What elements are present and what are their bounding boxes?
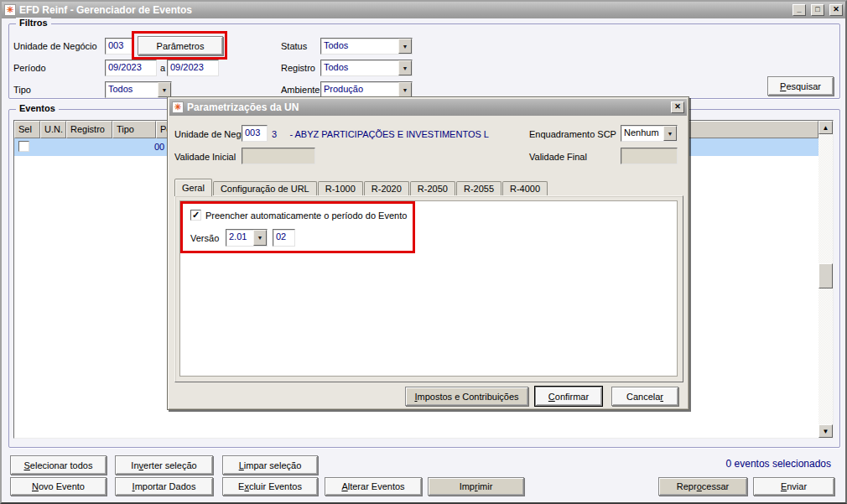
unidade-negocio-label: Unidade de Negócio bbox=[13, 41, 97, 51]
dialog-tabstrip: Geral Configuração de URL R-1000 R-2020 … bbox=[174, 179, 548, 196]
parametrizacoes-dialog: ✳ Parametrizações da UN ✕ Unidade de Neg… bbox=[167, 96, 689, 410]
validade-inicial-input bbox=[242, 148, 315, 164]
impostos-contribuicoes-button[interactable]: Impostos e Contribuições bbox=[405, 387, 528, 406]
reprocessar-button[interactable]: Reprocessar bbox=[658, 477, 747, 496]
row-period-value: 00 bbox=[154, 142, 164, 152]
enviar-button[interactable]: Enviar bbox=[753, 477, 834, 496]
tab-r-1000[interactable]: R-1000 bbox=[318, 181, 363, 196]
tab-r-2055[interactable]: R-2055 bbox=[456, 181, 501, 196]
periodo-sep-label: a bbox=[160, 63, 165, 73]
dropdown-arrow-icon[interactable]: ▼ bbox=[158, 82, 171, 97]
versao-label: Versão bbox=[190, 233, 219, 243]
tipo-value: Todos bbox=[106, 82, 158, 97]
app-icon: ✳ bbox=[172, 101, 184, 113]
enquadramento-scp-value: Nenhum bbox=[621, 126, 663, 141]
imprimir-button[interactable]: Imprimir bbox=[428, 477, 524, 496]
scroll-up-button[interactable]: ▲ bbox=[818, 121, 833, 134]
ambiente-select[interactable]: Produção ▼ bbox=[320, 81, 413, 98]
selecionar-todos-button[interactable]: Selecionar todos bbox=[10, 455, 107, 475]
parametros-button[interactable]: Parâmetros bbox=[138, 36, 223, 55]
window-titlebar[interactable]: ✳ EFD Reinf - Gerenciador de Eventos _ □… bbox=[2, 2, 845, 18]
app-icon: ✳ bbox=[4, 4, 16, 16]
minimize-button[interactable]: _ bbox=[792, 4, 806, 16]
tab-geral[interactable]: Geral bbox=[174, 179, 212, 196]
window-title: EFD Reinf - Gerenciador de Eventos bbox=[19, 4, 787, 16]
inverter-selecao-button[interactable]: Inverter seleção bbox=[115, 455, 213, 475]
status-value: Todos bbox=[321, 39, 398, 54]
maximize-button[interactable]: □ bbox=[811, 4, 824, 16]
selected-count-text: 0 eventos selecionados bbox=[726, 458, 831, 470]
dropdown-arrow-icon[interactable]: ▼ bbox=[253, 230, 267, 246]
status-label: Status bbox=[281, 41, 307, 51]
versao-complement-input[interactable]: 02 bbox=[273, 229, 295, 247]
registro-value: Todos bbox=[321, 60, 398, 75]
dropdown-arrow-icon[interactable]: ▼ bbox=[398, 39, 412, 54]
dialog-titlebar[interactable]: ✳ Parametrizações da UN ✕ bbox=[169, 99, 687, 116]
tab-configuracao-de-url[interactable]: Configuração de URL bbox=[213, 181, 317, 196]
tipo-label: Tipo bbox=[13, 85, 31, 95]
dialog-unidade-negocio-input[interactable]: 003 bbox=[242, 125, 268, 142]
eventos-legend: Eventos bbox=[16, 103, 59, 113]
alterar-eventos-button[interactable]: Alterar Eventos bbox=[325, 477, 422, 496]
vertical-scrollbar[interactable]: ▲ ▼ bbox=[818, 121, 833, 438]
column-header-sel[interactable]: Sel bbox=[14, 121, 40, 138]
novo-evento-button[interactable]: Novo Evento bbox=[10, 477, 107, 496]
versao-value: 2.01 bbox=[226, 230, 253, 246]
limpar-selecao-button[interactable]: Limpar seleção bbox=[222, 455, 318, 475]
app-window: ✳ EFD Reinf - Gerenciador de Eventos _ □… bbox=[0, 0, 847, 504]
versao-select[interactable]: 2.01 ▼ bbox=[226, 229, 268, 247]
unidade-negocio-description: 3 - ABYZ PARTICIPAÇÕES E INVESTIMENTOS L bbox=[272, 129, 489, 139]
column-header-un[interactable]: U.N. bbox=[40, 121, 66, 138]
filtros-legend: Filtros bbox=[16, 18, 51, 28]
dialog-close-button[interactable]: ✕ bbox=[671, 101, 684, 113]
tab-r-4000[interactable]: R-4000 bbox=[502, 181, 548, 196]
periodo-label: Período bbox=[13, 63, 46, 73]
tab-r-2020[interactable]: R-2020 bbox=[364, 181, 409, 196]
preencher-checkbox-label: Preencher automaticamente o período do E… bbox=[205, 210, 407, 221]
pesquisar-button[interactable]: Pesquisar bbox=[767, 76, 834, 96]
enquadramento-scp-label: Enquadramento SCP bbox=[529, 129, 616, 139]
validade-inicial-label: Validade Inicial bbox=[174, 152, 236, 162]
column-header-registro[interactable]: Registro bbox=[66, 121, 112, 138]
column-header-tipo[interactable]: Tipo bbox=[112, 121, 156, 138]
validade-final-input bbox=[621, 148, 678, 164]
dropdown-arrow-icon[interactable]: ▼ bbox=[663, 126, 677, 141]
cancelar-button[interactable]: Cancelar bbox=[611, 387, 678, 406]
tab-page-content-box bbox=[179, 200, 678, 377]
tipo-select[interactable]: Todos ▼ bbox=[105, 81, 172, 98]
close-button[interactable]: ✕ bbox=[829, 4, 843, 16]
ambiente-label: Ambiente bbox=[281, 85, 320, 95]
dialog-title: Parametrizações da UN bbox=[187, 101, 666, 113]
dropdown-arrow-icon[interactable]: ▼ bbox=[398, 60, 412, 75]
importar-dados-button[interactable]: Importar Dados bbox=[115, 477, 213, 496]
scroll-thumb[interactable] bbox=[818, 263, 833, 288]
excluir-eventos-button[interactable]: Excluir Eventos bbox=[222, 477, 318, 496]
enquadramento-scp-select[interactable]: Nenhum ▼ bbox=[621, 125, 678, 142]
periodo-from-input[interactable]: 09/2023 bbox=[105, 60, 157, 76]
scroll-down-button[interactable]: ▼ bbox=[818, 424, 833, 438]
tab-r-2050[interactable]: R-2050 bbox=[410, 181, 455, 196]
periodo-to-input[interactable]: 09/2023 bbox=[167, 60, 219, 76]
preencher-checkbox[interactable]: ✓ bbox=[190, 210, 201, 221]
ambiente-value: Produção bbox=[321, 82, 398, 97]
registro-label: Registro bbox=[281, 63, 315, 73]
confirmar-button[interactable]: Confirmar bbox=[535, 387, 602, 406]
status-select[interactable]: Todos ▼ bbox=[320, 38, 413, 55]
unidade-negocio-input[interactable]: 003 bbox=[105, 38, 133, 55]
dropdown-arrow-icon[interactable]: ▼ bbox=[398, 82, 412, 97]
registro-select[interactable]: Todos ▼ bbox=[320, 60, 413, 76]
validade-final-label: Validade Final bbox=[529, 152, 587, 162]
row-checkbox[interactable] bbox=[18, 141, 29, 152]
